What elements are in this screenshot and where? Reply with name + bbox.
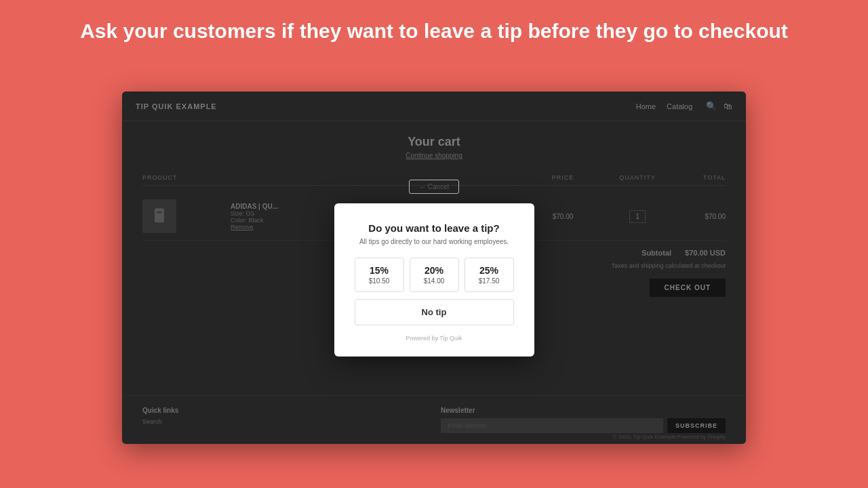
tip-amount-25: $17.50	[469, 277, 509, 285]
browser-window: TIP QUIK EXAMPLE Home Catalog 🔍 🛍 Your c…	[122, 92, 746, 444]
cancel-button[interactable]: ← Cancel	[409, 180, 459, 194]
modal-overlay: ← Cancel Do you want to leave a tip? All…	[122, 92, 746, 444]
powered-by: Powered by Tip Quik	[355, 335, 514, 342]
tip-amount-20: $14.00	[414, 277, 454, 285]
page-headline: Ask your customers if they want to leave…	[0, 0, 868, 57]
modal-title: Do you want to leave a tip?	[355, 222, 514, 234]
tip-percent-20: 20%	[414, 265, 454, 276]
tip-modal: Do you want to leave a tip? All tips go …	[334, 203, 534, 357]
modal-subtitle: All tips go directly to our hard working…	[355, 238, 514, 245]
cancel-bar: ← Cancel	[409, 180, 459, 194]
tip-amount-15: $10.50	[359, 277, 399, 285]
tip-option-15[interactable]: 15% $10.50	[355, 258, 404, 292]
no-tip-button[interactable]: No tip	[355, 299, 514, 325]
tip-percent-25: 25%	[469, 265, 509, 276]
modal-container: ← Cancel Do you want to leave a tip? All…	[334, 180, 534, 357]
tip-percent-15: 15%	[359, 265, 399, 276]
tip-option-20[interactable]: 20% $14.00	[410, 258, 459, 292]
tip-option-25[interactable]: 25% $17.50	[465, 258, 514, 292]
tip-options: 15% $10.50 20% $14.00 25% $17.50	[355, 258, 514, 292]
